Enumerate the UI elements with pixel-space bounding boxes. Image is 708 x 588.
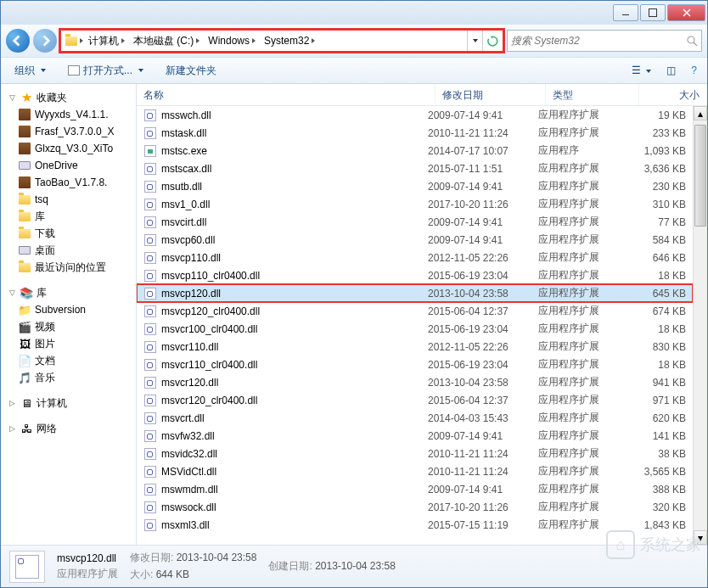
file-size: 19 KB <box>625 109 693 121</box>
file-row[interactable]: msxml3.dll2015-07-15 11:19应用程序扩展1,843 KB <box>137 516 693 534</box>
file-date: 2010-11-21 11:24 <box>421 127 531 139</box>
file-row[interactable]: msswch.dll2009-07-14 9:41应用程序扩展19 KB <box>137 106 693 124</box>
file-name: msxml3.dll <box>161 519 210 531</box>
tree-item[interactable]: tsq <box>3 191 134 208</box>
toolbar: 组织 打开方式... 新建文件夹 ☰ ◫ ? <box>1 57 707 84</box>
dll-icon <box>143 198 157 211</box>
tree-item[interactable]: 📄文档 <box>3 352 134 369</box>
scroll-thumb[interactable] <box>694 125 706 227</box>
tree-computer[interactable]: ▷🖥计算机 <box>3 395 134 412</box>
file-row[interactable]: msvcr100_clr0400.dll2015-06-19 23:04应用程序… <box>137 320 693 338</box>
file-row[interactable]: mswmdm.dll2009-07-14 9:41应用程序扩展388 KB <box>137 480 693 498</box>
view-options-button[interactable]: ☰ <box>628 61 655 80</box>
tree-item[interactable]: Frasf_V3.7.0.0_X <box>3 123 134 140</box>
file-row[interactable]: msvcp60.dll2009-07-14 9:41应用程序扩展584 KB <box>137 231 693 249</box>
file-row[interactable]: msvcr110_clr0400.dll2015-06-19 23:04应用程序… <box>137 356 693 373</box>
scroll-up-button[interactable]: ▴ <box>694 106 707 120</box>
file-row[interactable]: msvcp110.dll2012-11-05 22:26应用程序扩展646 KB <box>137 249 693 266</box>
scroll-down-button[interactable]: ▾ <box>694 530 707 545</box>
file-size: 1,093 KB <box>625 145 693 157</box>
crumb-system32[interactable]: System32 <box>261 35 318 47</box>
file-row[interactable]: mstask.dll2010-11-21 11:24应用程序扩展233 KB <box>137 124 693 142</box>
file-size: 830 KB <box>625 341 693 353</box>
tree-network[interactable]: ▷🖧网络 <box>3 420 134 437</box>
tree-item[interactable]: TaoBao_V1.7.8. <box>3 174 134 191</box>
crumb-windows[interactable]: Windows <box>205 35 259 47</box>
tree-item[interactable]: 下载 <box>3 225 134 242</box>
col-size[interactable]: 大小 <box>639 84 707 105</box>
file-row[interactable]: msvcr120_clr0400.dll2015-06-04 12:37应用程序… <box>137 391 693 409</box>
chevron-right-icon[interactable] <box>80 38 83 43</box>
file-row[interactable]: msvcr110.dll2012-11-05 22:26应用程序扩展830 KB <box>137 338 693 356</box>
file-rows[interactable]: msswch.dll2009-07-14 9:41应用程序扩展19 KBmsta… <box>137 106 693 545</box>
file-row[interactable]: msvcp120.dll2013-10-04 23:58应用程序扩展645 KB <box>137 284 693 302</box>
scrollbar[interactable]: ▴ ▾ <box>693 106 707 545</box>
file-type: 应用程序扩展 <box>531 126 625 140</box>
back-button[interactable] <box>6 29 30 53</box>
file-size: 18 KB <box>625 359 693 371</box>
file-name: msvcr120_clr0400.dll <box>161 395 257 406</box>
file-row[interactable]: msvcrt.dll2014-04-03 15:43应用程序扩展620 KB <box>137 409 693 427</box>
preview-pane-button[interactable]: ◫ <box>663 61 679 80</box>
help-button[interactable]: ? <box>688 61 700 80</box>
tree-item[interactable]: 🎵音乐 <box>3 369 134 386</box>
explorer-window: 计算机 本地磁盘 (C:) Windows System32 组织 打开方式..… <box>0 0 708 588</box>
file-row[interactable]: msvcirt.dll2009-07-14 9:41应用程序扩展77 KB <box>137 213 693 231</box>
file-size: 3,636 KB <box>625 163 693 175</box>
dll-icon <box>143 358 157 372</box>
file-row[interactable]: msutb.dll2009-07-14 9:41应用程序扩展230 KB <box>137 177 693 195</box>
file-row[interactable]: msv1_0.dll2017-10-20 11:26应用程序扩展310 KB <box>137 195 693 213</box>
file-row[interactable]: mstscax.dll2015-07-11 1:51应用程序扩展3,636 KB <box>137 160 693 177</box>
refresh-button[interactable] <box>482 31 503 51</box>
tree-favorites[interactable]: ▽★收藏夹 <box>3 89 134 106</box>
tree-item[interactable]: 📁Subversion <box>3 301 134 318</box>
file-date: 2009-07-14 9:41 <box>421 216 531 228</box>
file-row[interactable]: mstsc.exe2014-07-17 10:07应用程序1,093 KB <box>137 142 693 160</box>
tree-libraries[interactable]: ▽📚库 <box>3 284 134 301</box>
file-date: 2015-06-04 12:37 <box>421 305 531 317</box>
close-button[interactable] <box>667 4 705 21</box>
crumb-computer[interactable]: 计算机 <box>85 34 128 48</box>
organize-button[interactable]: 组织 <box>8 60 53 81</box>
file-row[interactable]: msvcr120.dll2013-10-04 23:58应用程序扩展941 KB <box>137 373 693 391</box>
tree-item[interactable]: 库 <box>3 208 134 225</box>
nav-tree[interactable]: ▽★收藏夹 Wyyxds_V4.1.1.Frasf_V3.7.0.0_XGlxz… <box>1 84 137 545</box>
search-input[interactable] <box>511 35 683 47</box>
file-list: 名称 修改日期 类型 大小 msswch.dll2009-07-14 9:41应… <box>137 84 707 545</box>
file-size: 18 KB <box>625 270 693 282</box>
file-name: msvfw32.dll <box>161 430 215 442</box>
tree-item[interactable]: 🎬视频 <box>3 318 134 335</box>
file-row[interactable]: msvcp110_clr0400.dll2015-06-19 23:04应用程序… <box>137 266 693 284</box>
minimize-button[interactable] <box>613 4 638 21</box>
file-type: 应用程序扩展 <box>531 339 625 354</box>
tree-item[interactable]: OneDrive <box>3 157 134 174</box>
file-row[interactable]: msvidc32.dll2010-11-21 11:24应用程序扩展38 KB <box>137 445 693 462</box>
maximize-button[interactable] <box>640 4 666 21</box>
col-type[interactable]: 类型 <box>546 84 639 105</box>
address-bar[interactable]: 计算机 本地磁盘 (C:) Windows System32 <box>60 30 503 52</box>
dll-icon <box>143 340 157 354</box>
file-row[interactable]: msvfw32.dll2009-07-14 9:41应用程序扩展141 KB <box>137 427 693 445</box>
tree-item[interactable]: 桌面 <box>3 242 134 259</box>
forward-button[interactable] <box>33 29 57 53</box>
address-history-dropdown[interactable] <box>467 31 482 51</box>
file-date: 2009-07-14 9:41 <box>421 181 531 193</box>
file-name: mstask.dll <box>161 127 206 139</box>
file-row[interactable]: mswsock.dll2017-10-20 11:26应用程序扩展320 KB <box>137 498 693 516</box>
tree-item[interactable]: 最近访问的位置 <box>3 259 134 276</box>
tree-item[interactable]: 🖼图片 <box>3 335 134 352</box>
tree-item[interactable]: Wyyxds_V4.1.1. <box>3 106 134 123</box>
col-name[interactable]: 名称 <box>137 84 435 105</box>
col-date[interactable]: 修改日期 <box>435 84 546 105</box>
crumb-drive[interactable]: 本地磁盘 (C:) <box>130 34 203 48</box>
file-row[interactable]: MSVidCtl.dll2010-11-21 11:24应用程序扩展3,565 … <box>137 462 693 480</box>
file-size: 141 KB <box>625 430 693 442</box>
search-box[interactable] <box>507 30 702 52</box>
open-with-button[interactable]: 打开方式... <box>61 60 150 81</box>
new-folder-button[interactable]: 新建文件夹 <box>159 60 223 81</box>
file-row[interactable]: msvcp120_clr0400.dll2015-06-04 12:37应用程序… <box>137 302 693 320</box>
scroll-track[interactable] <box>694 120 707 530</box>
file-type: 应用程序扩展 <box>531 446 625 461</box>
star-icon: ★ <box>20 91 33 104</box>
tree-item[interactable]: Glxzq_V3.0_XiTo <box>3 140 134 157</box>
